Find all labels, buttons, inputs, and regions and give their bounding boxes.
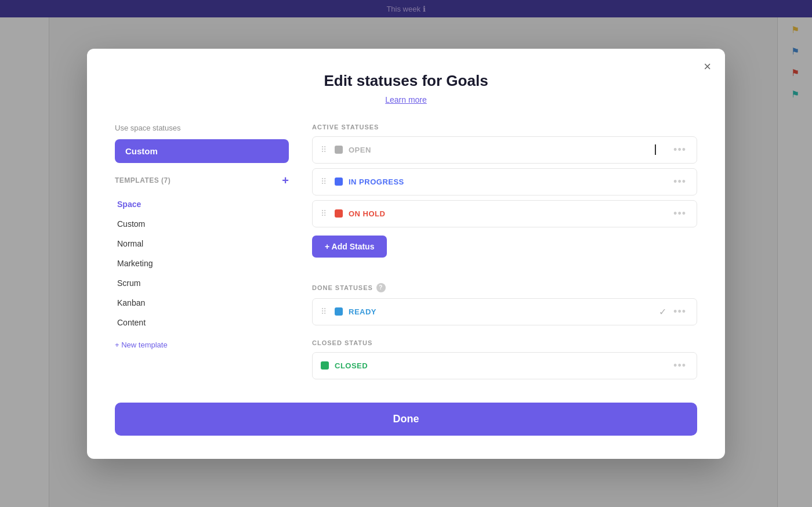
- status-menu-closed[interactable]: •••: [671, 358, 688, 373]
- check-icon-ready: ✓: [659, 306, 666, 317]
- closed-status-label: CLOSED STATUS: [312, 339, 697, 346]
- modal-header: Edit statuses for Goals Learn more: [115, 72, 697, 105]
- status-actions-on-hold: •••: [671, 207, 688, 221]
- active-statuses-label: ACTIVE STATUSES: [312, 124, 697, 131]
- status-dot-closed: [321, 361, 329, 370]
- modal-footer: Done: [115, 403, 697, 436]
- learn-more-link[interactable]: Learn more: [385, 95, 427, 104]
- status-row-ready: ⠿ READY ✓ •••: [312, 298, 697, 325]
- drag-handle-open[interactable]: ⠿: [321, 145, 327, 154]
- template-item-normal[interactable]: Normal: [115, 234, 289, 253]
- drag-handle-on-hold[interactable]: ⠿: [321, 209, 327, 218]
- done-button[interactable]: Done: [115, 403, 697, 436]
- template-item-space[interactable]: Space: [115, 194, 289, 214]
- status-menu-open[interactable]: •••: [671, 143, 688, 157]
- drag-handle-ready[interactable]: ⠿: [321, 307, 327, 316]
- status-actions-closed: •••: [671, 358, 688, 373]
- modal-overlay: × Edit statuses for Goals Learn more Use…: [0, 0, 812, 507]
- modal-dialog: × Edit statuses for Goals Learn more Use…: [87, 49, 725, 459]
- status-menu-ready[interactable]: •••: [671, 305, 688, 319]
- use-space-label: Use space statuses: [115, 124, 289, 132]
- status-dot-open: [335, 146, 343, 154]
- template-item-marketing[interactable]: Marketing: [115, 253, 289, 273]
- drag-handle-in-progress[interactable]: ⠿: [321, 177, 327, 186]
- new-template-link[interactable]: + New template: [115, 341, 168, 349]
- close-button[interactable]: ×: [704, 60, 711, 73]
- status-name-ready: READY: [349, 307, 653, 316]
- done-help-icon[interactable]: ?: [376, 283, 386, 292]
- status-name-in-progress: IN PROGRESS: [349, 178, 665, 186]
- done-statuses-label: DONE STATUSES ?: [312, 283, 697, 292]
- status-dot-on-hold: [335, 209, 343, 218]
- left-panel: Use space statuses Custom TEMPLATES (7) …: [115, 124, 289, 384]
- status-dot-in-progress: [335, 178, 343, 186]
- status-name-on-hold: ON HOLD: [349, 209, 665, 218]
- status-name-closed: CLOSED: [335, 361, 665, 370]
- custom-button[interactable]: Custom: [115, 139, 289, 163]
- status-menu-on-hold[interactable]: •••: [671, 207, 688, 221]
- status-dot-ready: [335, 307, 343, 316]
- modal-body: Use space statuses Custom TEMPLATES (7) …: [115, 124, 697, 384]
- templates-label: TEMPLATES (7): [115, 176, 171, 184]
- status-name-open: OPEN: [349, 146, 665, 154]
- template-item-kanban[interactable]: Kanban: [115, 293, 289, 313]
- status-row-in-progress: ⠿ IN PROGRESS •••: [312, 168, 697, 195]
- status-actions-in-progress: •••: [671, 175, 688, 189]
- template-list: Space Custom Normal Marketing Scrum Kanb…: [115, 194, 289, 332]
- status-row-open: ⠿ OPEN •••: [312, 136, 697, 164]
- templates-add-icon[interactable]: +: [282, 175, 289, 186]
- status-actions-open: •••: [671, 143, 688, 157]
- modal-subtitle: Learn more: [115, 95, 697, 105]
- modal-title: Edit statuses for Goals: [115, 72, 697, 90]
- template-item-custom[interactable]: Custom: [115, 214, 289, 234]
- status-row-on-hold: ⠿ ON HOLD •••: [312, 200, 697, 227]
- right-panel: ACTIVE STATUSES ⠿ OPEN ••• ⠿ IN PROGR: [312, 124, 697, 384]
- template-item-content[interactable]: Content: [115, 313, 289, 332]
- template-item-scrum[interactable]: Scrum: [115, 273, 289, 293]
- add-status-button[interactable]: + Add Status: [312, 236, 387, 258]
- status-row-closed: CLOSED •••: [312, 352, 697, 379]
- status-actions-ready: ✓ •••: [659, 305, 688, 319]
- templates-header: TEMPLATES (7) +: [115, 175, 289, 186]
- status-menu-in-progress[interactable]: •••: [671, 175, 688, 189]
